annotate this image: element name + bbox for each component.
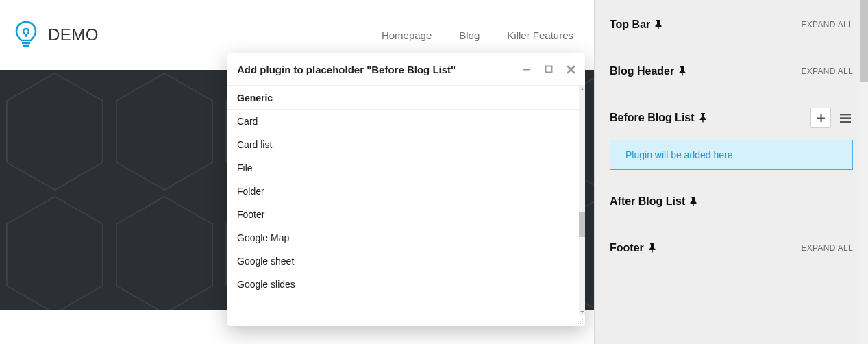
plugin-item[interactable]: Folder (227, 180, 579, 203)
plugin-item[interactable]: Card (227, 110, 579, 133)
minimize-icon[interactable] (522, 64, 532, 74)
svg-rect-10 (840, 114, 851, 115)
section-before-blog-list: Before Blog List (595, 103, 868, 133)
modal-header[interactable]: Add plugin to placeholder "Before Blog L… (227, 53, 585, 86)
expand-all-button[interactable]: EXPAND ALL (802, 243, 853, 253)
scrollbar-thumb[interactable] (579, 212, 585, 237)
nav-links: Homepage Blog Killer Features (382, 29, 580, 41)
nav-link-blog[interactable]: Blog (459, 29, 480, 41)
modal-body: Generic Card Card list File Folder Foote… (227, 86, 585, 326)
add-plugin-button[interactable] (810, 108, 831, 128)
plugin-item[interactable]: File (227, 156, 579, 180)
brand[interactable]: DEMO (14, 21, 99, 49)
pin-icon (678, 66, 688, 76)
plugin-item[interactable]: Footer (227, 203, 579, 226)
svg-point-8 (580, 323, 581, 324)
svg-rect-3 (546, 66, 552, 73)
section-after-blog-list: After Blog List (595, 186, 868, 217)
section-header[interactable]: Before Blog List (610, 103, 853, 133)
maximize-icon[interactable] (544, 64, 554, 74)
section-title-text: Footer (610, 242, 644, 254)
resize-handle-icon[interactable] (575, 317, 584, 325)
modal-scrollbar[interactable] (579, 86, 585, 315)
sidebar-scrollbar[interactable] (860, 0, 868, 344)
svg-rect-12 (840, 121, 851, 122)
nav-link-features[interactable]: Killer Features (507, 29, 573, 41)
scroll-down-icon[interactable] (579, 309, 585, 315)
svg-point-5 (580, 321, 581, 322)
svg-point-4 (582, 319, 583, 320)
plugin-item[interactable]: Google sheet (227, 249, 579, 273)
section-footer: Footer EXPAND ALL (595, 233, 868, 263)
add-plugin-modal: Add plugin to placeholder "Before Blog L… (227, 53, 585, 326)
section-header[interactable]: Blog Header EXPAND ALL (610, 56, 853, 86)
section-title-text: Top Bar (610, 19, 650, 31)
plugin-item[interactable]: Google Map (227, 226, 579, 249)
svg-point-9 (582, 323, 583, 324)
menu-icon[interactable] (838, 114, 853, 123)
section-top-bar: Top Bar EXPAND ALL (595, 10, 868, 40)
scroll-up-icon[interactable] (579, 86, 585, 92)
plugin-item[interactable]: Google slides (227, 273, 579, 296)
plugin-item[interactable]: Card list (227, 133, 579, 156)
section-header[interactable]: Footer EXPAND ALL (610, 233, 853, 263)
structure-sidebar: Top Bar EXPAND ALL Blog Header EXPAND AL… (594, 0, 868, 344)
svg-rect-2 (523, 69, 530, 71)
pin-icon (689, 197, 699, 206)
nav-link-homepage[interactable]: Homepage (382, 29, 432, 41)
section-title-text: Blog Header (610, 65, 674, 77)
section-header[interactable]: After Blog List (610, 186, 853, 217)
section-header[interactable]: Top Bar EXPAND ALL (610, 10, 853, 40)
plugin-category-header: Generic (227, 86, 579, 110)
pin-icon (648, 243, 658, 253)
section-blog-header: Blog Header EXPAND ALL (595, 56, 868, 86)
brand-text: DEMO (48, 25, 99, 45)
close-icon[interactable] (566, 64, 575, 74)
section-title-text: After Blog List (610, 195, 685, 208)
scrollbar-thumb[interactable] (860, 0, 868, 82)
svg-point-7 (578, 323, 579, 324)
modal-title: Add plugin to placeholder "Before Blog L… (237, 64, 456, 75)
pin-icon (699, 113, 708, 123)
expand-all-button[interactable]: EXPAND ALL (802, 20, 853, 29)
section-title-text: Before Blog List (610, 112, 695, 124)
expand-all-button[interactable]: EXPAND ALL (802, 66, 853, 76)
svg-rect-11 (840, 117, 851, 119)
lightbulb-icon (14, 21, 38, 49)
plugin-drop-zone[interactable]: Plugin will be added here (610, 140, 853, 170)
pin-icon (654, 20, 664, 29)
svg-point-6 (582, 321, 583, 322)
